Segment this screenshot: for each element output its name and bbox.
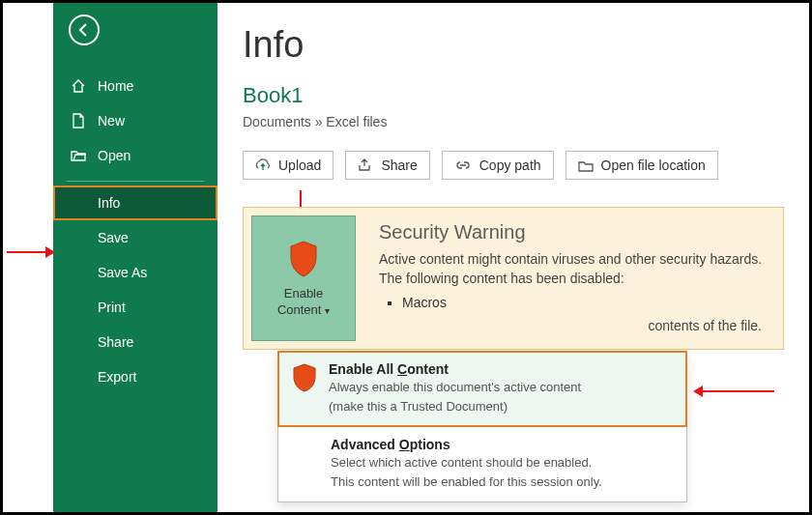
button-label: Upload — [278, 157, 321, 173]
sidebar-item-save[interactable]: Save — [53, 220, 218, 255]
warning-body: Security Warning Active content might co… — [363, 208, 783, 349]
share-button[interactable]: Share — [345, 151, 429, 180]
backstage-sidebar: Home New Open Info — [53, 3, 218, 512]
enable-content-button[interactable]: Enable Content ▾ — [251, 215, 356, 341]
dropdown-item-sub: Always enable this document's active con… — [329, 379, 581, 396]
copy-path-button[interactable]: Copy path — [442, 151, 554, 180]
dropdown-item-sub: (make this a Trusted Document) — [329, 398, 581, 415]
sidebar-item-label: Print — [98, 300, 126, 315]
app-frame: Home New Open Info — [0, 0, 812, 515]
new-icon — [71, 113, 86, 129]
sidebar-item-print[interactable]: Print — [53, 290, 218, 325]
dropdown-item-title: Advanced Options — [331, 437, 673, 452]
button-label: Open file location — [601, 157, 706, 173]
folder-icon — [578, 159, 594, 172]
nav-top: Home New Open Info — [53, 69, 218, 394]
sidebar-item-label: Share — [98, 334, 133, 350]
dropdown-item-title: Enable All Content — [329, 361, 581, 377]
upload-button[interactable]: Upload — [243, 151, 334, 180]
sidebar-item-label: Export — [98, 369, 136, 385]
sidebar-item-label: New — [98, 113, 125, 129]
open-icon — [71, 149, 86, 162]
link-icon — [454, 159, 472, 171]
trust-note: contents of the file. — [379, 318, 768, 333]
breadcrumb: Documents » Excel files — [243, 114, 784, 129]
sidebar-item-share[interactable]: Share — [53, 325, 218, 359]
back-button[interactable] — [69, 14, 100, 45]
back-arrow-icon — [76, 22, 92, 38]
dropdown-item-sub: This content will be enabled for this se… — [331, 473, 673, 491]
open-file-location-button[interactable]: Open file location — [566, 151, 718, 180]
dropdown-item-advanced-options[interactable]: Advanced Options Select which active con… — [278, 426, 686, 501]
sidebar-item-label: Home — [98, 78, 133, 94]
dropdown-item-sub: Select which active content should be en… — [331, 454, 673, 472]
enable-content-label: Enable Content ▾ — [277, 286, 330, 319]
document-title: Book1 — [243, 83, 784, 108]
nav-separator — [67, 181, 204, 182]
disabled-content-list: Macros — [402, 295, 768, 310]
dropdown-item-text: Enable All Content Always enable this do… — [329, 361, 581, 415]
shield-icon — [287, 240, 320, 278]
enable-content-dropdown: Enable All Content Always enable this do… — [277, 351, 687, 502]
button-label: Share — [381, 157, 417, 173]
home-icon — [71, 78, 86, 94]
chevron-down-icon: ▾ — [325, 305, 330, 316]
sidebar-item-label: Open — [98, 148, 130, 163]
sidebar-item-info[interactable]: Info — [53, 186, 218, 220]
annotation-arrow-left — [7, 243, 55, 262]
sidebar-item-home[interactable]: Home — [53, 69, 218, 103]
sidebar-item-save-as[interactable]: Save As — [53, 255, 218, 290]
warning-text: Active content might contain viruses and… — [379, 249, 768, 289]
button-label: Copy path — [479, 157, 541, 173]
sidebar-item-export[interactable]: Export — [53, 359, 218, 394]
share-icon — [358, 158, 373, 172]
upload-icon — [255, 158, 271, 172]
file-toolbar: Upload Share Copy path Open file locatio… — [243, 151, 784, 180]
sidebar-item-new[interactable]: New — [53, 103, 218, 138]
sidebar-item-label: Save — [98, 230, 129, 245]
sidebar-item-label: Info — [98, 195, 120, 211]
dropdown-item-enable-all[interactable]: Enable All Content Always enable this do… — [278, 352, 686, 426]
page-title: Info — [243, 24, 784, 66]
warning-title: Security Warning — [379, 221, 768, 243]
sidebar-item-label: Save As — [98, 265, 147, 280]
shield-icon — [292, 363, 317, 392]
security-warning-panel: Enable Content ▾ Security Warning Active… — [243, 207, 784, 350]
sidebar-item-open[interactable]: Open — [53, 138, 218, 173]
disabled-content-item: Macros — [402, 295, 768, 310]
